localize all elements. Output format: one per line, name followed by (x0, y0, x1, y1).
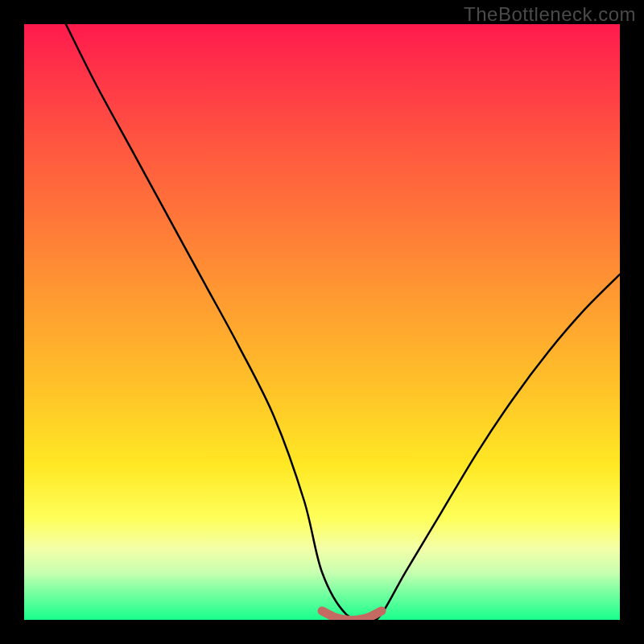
plot-area (24, 24, 620, 620)
bottleneck-flat-marker-path (322, 611, 382, 620)
bottleneck-curve-path (66, 24, 620, 620)
chart-frame: TheBottleneck.com (0, 0, 644, 644)
chart-svg (24, 24, 620, 620)
watermark-text: TheBottleneck.com (464, 3, 636, 26)
